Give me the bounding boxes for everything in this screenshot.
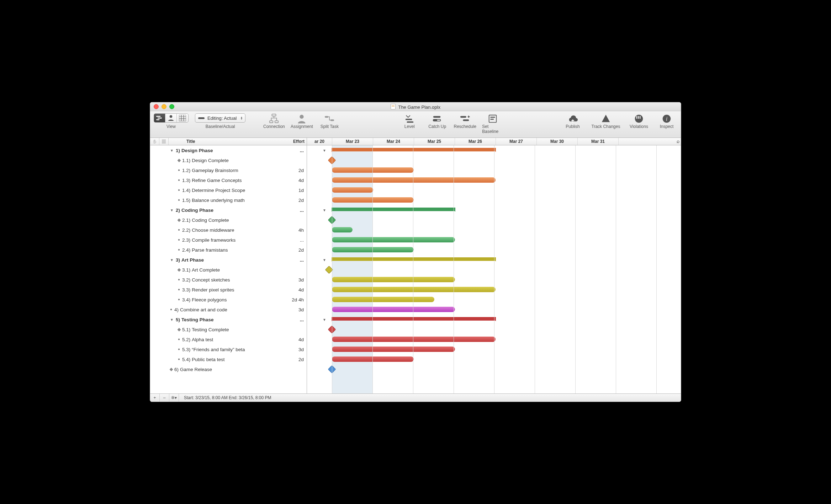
connection-button[interactable]: Connection bbox=[263, 113, 285, 129]
task-effort[interactable]: ... bbox=[300, 317, 304, 322]
task-title[interactable]: Testing Complete bbox=[192, 327, 229, 332]
notes-column-icon[interactable] bbox=[159, 138, 169, 145]
task-effort[interactable]: 1d bbox=[298, 188, 304, 193]
disclosure-triangle-icon[interactable]: ▼ bbox=[169, 318, 174, 322]
split-task-button[interactable]: Split Task bbox=[319, 113, 340, 129]
milestone-row[interactable]: 3.1)Art Complete bbox=[150, 265, 307, 275]
task-effort[interactable]: ... bbox=[300, 148, 304, 153]
effort-column-header[interactable]: Effort bbox=[285, 139, 307, 144]
title-column-header[interactable]: Title bbox=[169, 139, 285, 144]
summary-bar[interactable] bbox=[332, 148, 496, 151]
zoom-icon[interactable] bbox=[169, 104, 174, 109]
task-bar[interactable] bbox=[332, 307, 455, 312]
track-changes-button[interactable]: Track Changes bbox=[590, 113, 622, 129]
task-effort[interactable]: 2d bbox=[298, 198, 304, 203]
task-title[interactable]: “Friends and family” beta bbox=[192, 347, 245, 352]
task-title[interactable]: Determine Project Scope bbox=[192, 188, 245, 193]
task-bar[interactable] bbox=[332, 247, 414, 252]
task-bar[interactable] bbox=[332, 297, 434, 302]
task-title[interactable]: Choose middleware bbox=[192, 227, 234, 233]
summary-bar[interactable] bbox=[332, 317, 496, 321]
task-effort[interactable]: 4d bbox=[298, 287, 304, 293]
task-title[interactable]: Testing Phase bbox=[181, 317, 214, 322]
task-bar[interactable] bbox=[332, 347, 455, 352]
task-group-row[interactable]: ▼5)Testing Phase... bbox=[150, 315, 307, 325]
task-effort[interactable]: 2d bbox=[298, 168, 304, 173]
milestone-row[interactable]: 2.1)Coding Complete bbox=[150, 215, 307, 225]
task-row[interactable]: •4)Combine art and code3d bbox=[150, 305, 307, 315]
milestone-row[interactable]: 5.1)Testing Complete bbox=[150, 325, 307, 334]
task-effort[interactable]: 4d bbox=[298, 178, 304, 183]
task-group-row[interactable]: ▼2)Coding Phase... bbox=[150, 205, 307, 215]
task-effort[interactable]: 3d bbox=[298, 347, 304, 352]
task-row[interactable]: •1.4)Determine Project Scope1d bbox=[150, 185, 307, 195]
task-title[interactable]: Render pixel sprites bbox=[192, 287, 234, 293]
task-row[interactable]: •5.4)Public beta test2d bbox=[150, 354, 307, 364]
remove-task-button[interactable]: – bbox=[160, 394, 169, 402]
reschedule-button[interactable]: Reschedule bbox=[454, 113, 476, 129]
violations-button[interactable]: Violations bbox=[628, 113, 650, 129]
zoom-icon[interactable]: ⌕ bbox=[677, 138, 679, 144]
task-effort[interactable]: ... bbox=[300, 237, 304, 243]
task-effort[interactable]: 4d bbox=[298, 337, 304, 342]
task-row[interactable]: •2.2)Choose middleware4h bbox=[150, 225, 307, 235]
task-effort[interactable]: ... bbox=[300, 208, 304, 213]
disclosure-triangle-icon[interactable]: ▼ bbox=[169, 258, 174, 262]
task-row[interactable]: •5.2)Alpha test4d bbox=[150, 334, 307, 344]
task-bar[interactable] bbox=[332, 167, 414, 173]
catch-up-button[interactable]: Catch Up bbox=[427, 113, 448, 129]
task-row[interactable]: •3.3)Render pixel sprites4d bbox=[150, 285, 307, 295]
task-title[interactable]: Art Complete bbox=[192, 267, 220, 273]
task-row[interactable]: •3.2)Concept sketches3d bbox=[150, 275, 307, 285]
milestone-row[interactable]: 1.1)Design Complete bbox=[150, 155, 307, 165]
task-title[interactable]: Concept sketches bbox=[192, 277, 230, 283]
task-bar[interactable] bbox=[332, 337, 496, 342]
minimize-icon[interactable] bbox=[162, 104, 166, 109]
disclosure-triangle-icon[interactable]: ▼ bbox=[323, 258, 326, 262]
task-title[interactable]: Design Complete bbox=[192, 158, 229, 163]
level-button[interactable]: Level bbox=[399, 113, 420, 129]
assignment-button[interactable]: Assignment bbox=[291, 113, 312, 129]
gantt-view-button[interactable] bbox=[154, 114, 165, 122]
inspect-button[interactable]: i Inspect bbox=[656, 113, 677, 129]
task-group-row[interactable]: ▼3)Art Phase... bbox=[150, 255, 307, 265]
task-title[interactable]: Public beta test bbox=[192, 357, 224, 362]
task-bar[interactable] bbox=[332, 177, 496, 183]
task-title[interactable]: Combine art and code bbox=[180, 307, 227, 312]
task-row[interactable]: •2.3)Compile frameworks... bbox=[150, 235, 307, 245]
task-outline[interactable]: ▼1)Design Phase...1.1)Design Complete•1.… bbox=[150, 145, 307, 393]
task-effort[interactable]: ... bbox=[300, 257, 304, 263]
task-effort[interactable]: 2d bbox=[298, 357, 304, 362]
task-title[interactable]: Parse framistans bbox=[192, 247, 228, 253]
task-bar[interactable] bbox=[332, 356, 414, 362]
summary-bar[interactable] bbox=[332, 257, 496, 261]
task-row[interactable]: •1.3)Refine Game Concepts4d bbox=[150, 175, 307, 185]
set-baseline-button[interactable]: Set Baseline bbox=[482, 113, 503, 134]
calendar-view-button[interactable] bbox=[177, 114, 188, 122]
task-bar[interactable] bbox=[332, 277, 455, 282]
gantt-chart[interactable]: ▼▼▼▼ bbox=[307, 145, 681, 393]
task-bar[interactable] bbox=[332, 287, 496, 292]
hand-icon[interactable] bbox=[150, 138, 159, 145]
task-title[interactable]: Refine Game Concepts bbox=[192, 178, 242, 183]
task-group-row[interactable]: ▼1)Design Phase... bbox=[150, 145, 307, 155]
task-bar[interactable] bbox=[332, 237, 455, 242]
task-title[interactable]: Coding Complete bbox=[192, 218, 229, 223]
view-mode-segmented[interactable] bbox=[154, 113, 189, 123]
task-bar[interactable] bbox=[332, 227, 353, 232]
disclosure-triangle-icon[interactable]: ▼ bbox=[323, 149, 326, 152]
summary-bar[interactable] bbox=[332, 208, 455, 211]
milestone-row[interactable]: 6)Game Release bbox=[150, 364, 307, 374]
task-title[interactable]: Fleece polygons bbox=[192, 297, 227, 302]
add-task-button[interactable]: + bbox=[150, 394, 160, 402]
task-row[interactable]: •3.4)Fleece polygons2d 4h bbox=[150, 295, 307, 305]
resource-view-button[interactable] bbox=[165, 114, 177, 122]
task-title[interactable]: Coding Phase bbox=[181, 208, 213, 213]
task-title[interactable]: Balance underlying math bbox=[192, 198, 245, 203]
close-icon[interactable] bbox=[154, 104, 159, 109]
task-row[interactable]: •5.3)“Friends and family” beta3d bbox=[150, 344, 307, 354]
task-row[interactable]: •1.5)Balance underlying math2d bbox=[150, 195, 307, 205]
task-title[interactable]: Game Release bbox=[180, 367, 212, 372]
disclosure-triangle-icon[interactable]: ▼ bbox=[323, 208, 326, 212]
task-row[interactable]: •2.4)Parse framistans2d bbox=[150, 245, 307, 255]
